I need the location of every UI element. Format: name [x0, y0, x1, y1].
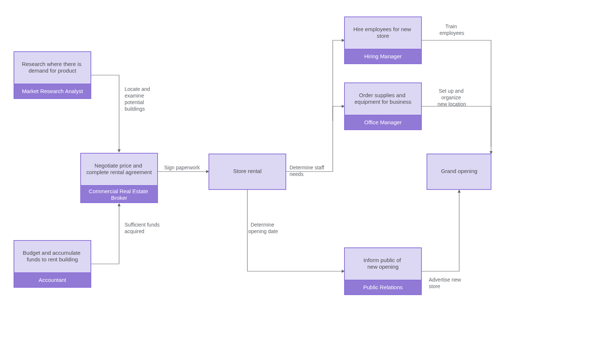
svg-text:Inform public of
      new ope: Inform public of new opening	[364, 257, 403, 270]
edge-label-line: examine	[125, 93, 144, 99]
edge-opening-date: Determine opening date	[247, 190, 344, 271]
node-role-line: Broker	[111, 195, 127, 201]
node-accountant: Budget and accumulate funds to rent buil…	[14, 240, 91, 287]
edge-label-line: new location	[438, 101, 466, 107]
node-broker: Negotiate price and complete rental agre…	[81, 153, 158, 203]
svg-text:Train
      employees: Train employees	[439, 23, 464, 36]
edge-label-line: Train	[445, 23, 457, 29]
node-office-manager: Order supplies and equipment for busines…	[344, 83, 421, 130]
node-task-line: Inform public of	[364, 257, 401, 263]
node-store-rental: Store rental	[209, 154, 286, 190]
svg-text:Negotiate price and
      comp: Negotiate price and complete rental agre…	[86, 162, 152, 175]
edge-label-line: Sufficient funds	[125, 222, 159, 228]
svg-text:Set up and
      organize
    : Set up and organize new location	[438, 88, 466, 107]
node-task-line: funds to rent building	[27, 256, 78, 262]
node-task: Store rental	[233, 168, 262, 174]
edge-label-line: Determine staff	[290, 165, 324, 170]
node-task-line: Budget and accumulate	[23, 250, 81, 256]
node-public-relations: Inform public of new opening Public Rela…	[344, 248, 421, 295]
edge-sign-paperwork: Sign paperwork	[158, 165, 209, 172]
svg-text:Locate and
      examine
     : Locate and examine potential buildings	[125, 86, 151, 112]
node-role: Public Relations	[363, 284, 403, 290]
node-task-line: Research where there is	[22, 61, 82, 67]
svg-text:Determine
      opening date: Determine opening date	[248, 222, 278, 234]
edge-label-line: store	[429, 283, 440, 289]
node-grand-opening: Grand opening	[427, 154, 491, 190]
edge-sufficient-funds: Sufficient funds acquired	[91, 203, 161, 264]
edge-setup-location: Set up and organize new location	[421, 88, 491, 147]
edge-label-line: needs	[290, 171, 303, 177]
node-hiring-manager: Hire employees for new store Hiring Mana…	[344, 17, 421, 64]
edge-label-line: acquired	[125, 228, 144, 234]
edge-staff-needs	[285, 40, 344, 172]
edge-label-line: Locate and	[125, 86, 150, 92]
svg-text:Budget and accumulate
      fu: Budget and accumulate funds to rent buil…	[23, 250, 82, 262]
node-market-research: Research where there is demand for produ…	[14, 52, 91, 99]
node-task-line: equipment for business	[354, 99, 411, 105]
edge-label-line: potential	[125, 99, 144, 105]
edge-label-sign: Sign paperwork	[164, 165, 200, 170]
node-role: Market Research Analyst	[22, 88, 84, 94]
node-task-line: Hire employees for new	[353, 26, 411, 32]
node-role: Office Manager	[364, 119, 402, 125]
svg-text:Research where there is
      : Research where there is demand for produ…	[22, 61, 83, 74]
node-role: Accountant	[38, 277, 66, 283]
edge-label-line: employees	[439, 30, 464, 36]
edge-locate-buildings: Locate and examine potential buildings	[91, 75, 151, 152]
node-task-line: Negotiate price and	[95, 162, 142, 169]
edge-label-line: Advertise new	[429, 277, 461, 283]
node-task-line: demand for product	[29, 67, 77, 74]
edge-advertise: Advertise new store	[421, 190, 462, 289]
node-task-line: store	[377, 33, 389, 39]
node-role: Hiring Manager	[364, 53, 402, 59]
edge-label-line: buildings	[125, 106, 145, 112]
svg-text:Determine staff
      needs: Determine staff needs	[290, 165, 326, 177]
edge-label-line: organize	[441, 95, 461, 100]
node-task-line: new opening	[367, 264, 398, 270]
edge-to-office-manager: Determine staff needs	[290, 106, 344, 177]
svg-text:Advertise new
      store: Advertise new store	[429, 277, 462, 289]
svg-text:Sufficient funds
      acquire: Sufficient funds acquired	[125, 222, 161, 234]
svg-text:Order supplies and
      equip: Order supplies and equipment for busines…	[354, 92, 411, 105]
node-task: Grand opening	[441, 168, 477, 174]
edge-label-line: opening date	[248, 228, 278, 234]
node-role-line: Commercial Real Estate	[89, 188, 148, 194]
edge-label-line: Set up and	[439, 88, 464, 94]
edge-label-line: Determine	[251, 222, 274, 228]
node-task-line: complete rental agreement	[86, 169, 152, 175]
node-task-line: Order supplies and	[359, 92, 406, 98]
